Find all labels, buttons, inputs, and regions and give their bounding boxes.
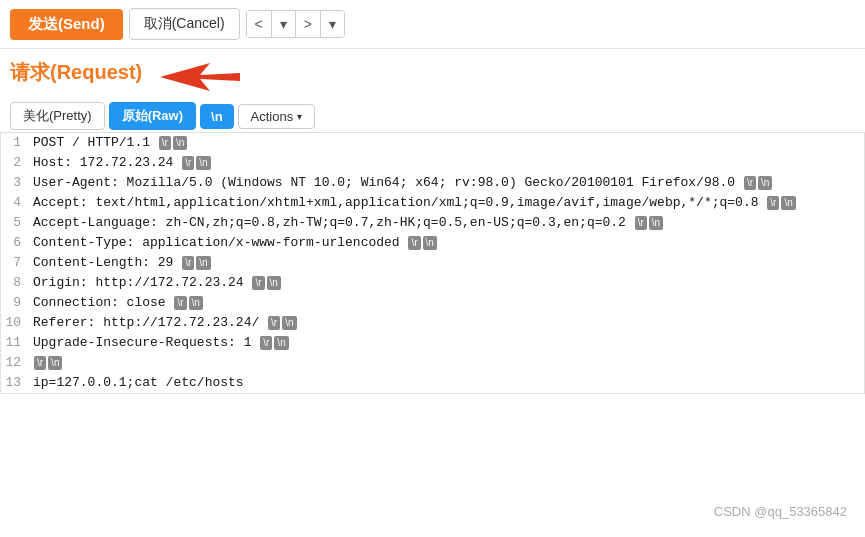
crlf-tag: \r <box>767 196 779 210</box>
crlf-tag: \n <box>48 356 62 370</box>
line-content: Content-Length: 29 \r\n <box>29 253 864 273</box>
table-row: 10Referer: http://172.72.23.24/ \r\n <box>1 313 864 333</box>
nav-left-button[interactable]: < <box>247 11 272 37</box>
crlf-tag: \r <box>252 276 264 290</box>
crlf-tag: \n <box>173 136 187 150</box>
red-arrow-icon <box>160 63 240 91</box>
line-number: 1 <box>1 133 29 153</box>
table-row: 11Upgrade-Insecure-Requests: 1 \r\n <box>1 333 864 353</box>
watermark: CSDN @qq_53365842 <box>714 504 847 519</box>
line-content: Accept: text/html,application/xhtml+xml,… <box>29 193 864 213</box>
table-row: 7Content-Length: 29 \r\n <box>1 253 864 273</box>
actions-label: Actions <box>251 109 294 124</box>
line-content: \r\n <box>29 353 864 373</box>
line-content: Referer: http://172.72.23.24/ \r\n <box>29 313 864 333</box>
line-number: 11 <box>1 333 29 353</box>
line-number: 2 <box>1 153 29 173</box>
crlf-tag: \n <box>649 216 663 230</box>
line-number: 9 <box>1 293 29 313</box>
line-content: Host: 172.72.23.24 \r\n <box>29 153 864 173</box>
line-content: POST / HTTP/1.1 \r\n <box>29 133 864 153</box>
crlf-tag: \r <box>34 356 46 370</box>
line-content: Connection: close \r\n <box>29 293 864 313</box>
line-content: Origin: http://172.72.23.24 \r\n <box>29 273 864 293</box>
crlf-tag: \r <box>159 136 171 150</box>
line-number: 3 <box>1 173 29 193</box>
line-number: 7 <box>1 253 29 273</box>
line-content: Upgrade-Insecure-Requests: 1 \r\n <box>29 333 864 353</box>
crlf-tag: \r <box>182 256 194 270</box>
crlf-tag: \r <box>635 216 647 230</box>
table-row: 9Connection: close \r\n <box>1 293 864 313</box>
pretty-button[interactable]: 美化(Pretty) <box>10 102 105 130</box>
line-number: 5 <box>1 213 29 233</box>
request-section: 请求(Request) 美化(Pretty) 原始(Raw) \n Action… <box>0 49 865 130</box>
table-row: 6Content-Type: application/x-www-form-ur… <box>1 233 864 253</box>
view-toolbar: 美化(Pretty) 原始(Raw) \n Actions ▾ <box>10 102 855 130</box>
nav-left-dropdown-button[interactable]: ▾ <box>272 11 296 37</box>
nav-right-dropdown-button[interactable]: ▾ <box>321 11 344 37</box>
cancel-button[interactable]: 取消(Cancel) <box>129 8 240 40</box>
table-row: 8Origin: http://172.72.23.24 \r\n <box>1 273 864 293</box>
nav-group: < ▾ > ▾ <box>246 10 345 38</box>
crlf-tag: \n <box>189 296 203 310</box>
line-number: 4 <box>1 193 29 213</box>
line-content: Content-Type: application/x-www-form-url… <box>29 233 864 253</box>
crlf-tag: \r <box>408 236 420 250</box>
send-button[interactable]: 发送(Send) <box>10 9 123 40</box>
crlf-tag: \n <box>196 256 210 270</box>
crlf-tag: \n <box>423 236 437 250</box>
line-number: 13 <box>1 373 29 393</box>
table-row: 4Accept: text/html,application/xhtml+xml… <box>1 193 864 213</box>
table-row: 13ip=127.0.0.1;cat /etc/hosts <box>1 373 864 393</box>
line-number: 12 <box>1 353 29 373</box>
table-row: 1POST / HTTP/1.1 \r\n <box>1 133 864 153</box>
top-toolbar: 发送(Send) 取消(Cancel) < ▾ > ▾ <box>0 0 865 49</box>
actions-dropdown-arrow-icon: ▾ <box>297 111 302 122</box>
crlf-tag: \r <box>182 156 194 170</box>
line-number: 10 <box>1 313 29 333</box>
crlf-tag: \n <box>758 176 772 190</box>
crlf-tag: \n <box>267 276 281 290</box>
crlf-tag: \r <box>268 316 280 330</box>
newline-button[interactable]: \n <box>200 104 234 129</box>
crlf-tag: \n <box>282 316 296 330</box>
crlf-tag: \r <box>260 336 272 350</box>
table-row: 5Accept-Language: zh-CN,zh;q=0.8,zh-TW;q… <box>1 213 864 233</box>
raw-button[interactable]: 原始(Raw) <box>109 102 196 130</box>
line-content: User-Agent: Mozilla/5.0 (Windows NT 10.0… <box>29 173 864 193</box>
line-number: 6 <box>1 233 29 253</box>
line-content: ip=127.0.0.1;cat /etc/hosts <box>29 373 864 393</box>
svg-marker-0 <box>160 63 240 91</box>
line-content: Accept-Language: zh-CN,zh;q=0.8,zh-TW;q=… <box>29 213 864 233</box>
crlf-tag: \n <box>274 336 288 350</box>
crlf-tag: \n <box>781 196 795 210</box>
line-number: 8 <box>1 273 29 293</box>
crlf-tag: \r <box>174 296 186 310</box>
crlf-tag: \n <box>196 156 210 170</box>
table-row: 2Host: 172.72.23.24 \r\n <box>1 153 864 173</box>
nav-right-button[interactable]: > <box>296 11 321 37</box>
crlf-tag: \r <box>744 176 756 190</box>
table-row: 12\r\n <box>1 353 864 373</box>
request-title: 请求(Request) <box>10 59 142 86</box>
table-row: 3User-Agent: Mozilla/5.0 (Windows NT 10.… <box>1 173 864 193</box>
actions-button[interactable]: Actions ▾ <box>238 104 316 129</box>
code-area: 1POST / HTTP/1.1 \r\n2Host: 172.72.23.24… <box>0 132 865 394</box>
